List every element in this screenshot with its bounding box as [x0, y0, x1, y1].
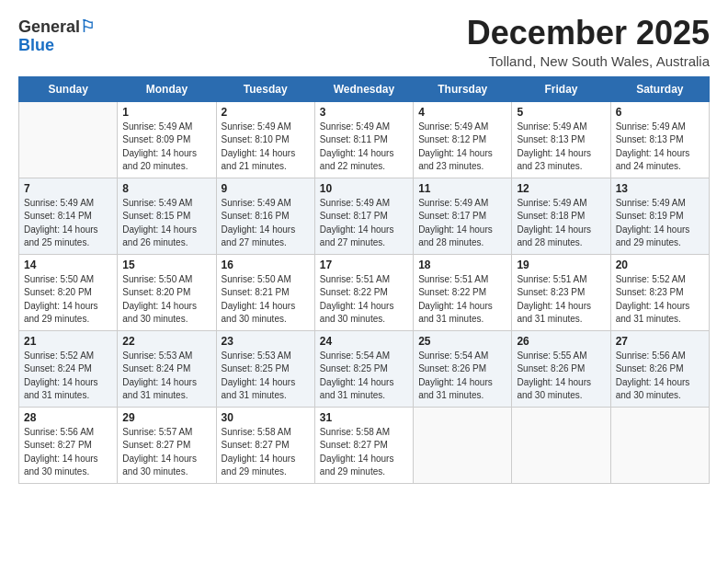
day-info: Sunrise: 5:57 AMSunset: 8:27 PMDaylight:… — [122, 426, 210, 479]
table-row — [414, 407, 512, 483]
location: Tolland, New South Wales, Australia — [467, 53, 710, 69]
day-info: Sunrise: 5:51 AMSunset: 8:22 PMDaylight:… — [320, 273, 408, 327]
day-number: 1 — [122, 106, 210, 119]
page: General⚐ Blue December 2025 Tolland, New… — [0, 0, 728, 563]
day-number: 16 — [222, 259, 310, 271]
calendar-week-row: 21Sunrise: 5:52 AMSunset: 8:24 PMDayligh… — [19, 330, 710, 407]
day-number: 25 — [418, 335, 506, 348]
table-row: 6Sunrise: 5:49 AMSunset: 8:13 PMDaylight… — [610, 101, 709, 178]
table-row: 8Sunrise: 5:49 AMSunset: 8:15 PMDaylight… — [118, 178, 216, 254]
day-number: 4 — [418, 106, 506, 119]
logo-text: General⚐ Blue — [18, 18, 95, 55]
day-number: 14 — [24, 259, 112, 271]
day-number: 19 — [517, 259, 605, 271]
day-info: Sunrise: 5:49 AMSunset: 8:17 PMDaylight:… — [418, 197, 506, 250]
table-row: 22Sunrise: 5:53 AMSunset: 8:24 PMDayligh… — [118, 330, 216, 407]
day-number: 23 — [222, 335, 310, 348]
table-row — [19, 101, 118, 178]
table-row: 12Sunrise: 5:49 AMSunset: 8:18 PMDayligh… — [512, 178, 610, 254]
table-row: 29Sunrise: 5:57 AMSunset: 8:27 PMDayligh… — [118, 407, 216, 483]
table-row: 24Sunrise: 5:54 AMSunset: 8:25 PMDayligh… — [314, 330, 413, 407]
col-sunday: Sunday — [19, 76, 118, 101]
day-info: Sunrise: 5:51 AMSunset: 8:22 PMDaylight:… — [418, 273, 506, 327]
table-row: 20Sunrise: 5:52 AMSunset: 8:23 PMDayligh… — [610, 254, 709, 330]
day-number: 15 — [122, 259, 210, 271]
table-row: 7Sunrise: 5:49 AMSunset: 8:14 PMDaylight… — [19, 178, 118, 254]
col-friday: Friday — [512, 76, 610, 101]
day-number: 5 — [517, 106, 605, 119]
logo-general: General — [18, 17, 80, 36]
calendar-week-row: 1Sunrise: 5:49 AMSunset: 8:09 PMDaylight… — [19, 101, 710, 178]
day-info: Sunrise: 5:56 AMSunset: 8:27 PMDaylight:… — [24, 426, 112, 479]
day-number: 2 — [222, 106, 310, 119]
day-info: Sunrise: 5:53 AMSunset: 8:24 PMDaylight:… — [122, 350, 210, 403]
day-info: Sunrise: 5:49 AMSunset: 8:17 PMDaylight:… — [320, 197, 408, 250]
day-number: 8 — [122, 182, 210, 195]
logo-blue: Blue — [18, 36, 54, 54]
day-info: Sunrise: 5:52 AMSunset: 8:24 PMDaylight:… — [24, 350, 112, 403]
day-info: Sunrise: 5:49 AMSunset: 8:13 PMDaylight:… — [616, 121, 704, 174]
day-number: 9 — [222, 182, 310, 195]
day-number: 29 — [122, 411, 210, 424]
calendar-week-row: 7Sunrise: 5:49 AMSunset: 8:14 PMDaylight… — [19, 178, 710, 254]
table-row: 9Sunrise: 5:49 AMSunset: 8:16 PMDaylight… — [216, 178, 314, 254]
table-row: 26Sunrise: 5:55 AMSunset: 8:26 PMDayligh… — [512, 330, 610, 407]
table-row: 13Sunrise: 5:49 AMSunset: 8:19 PMDayligh… — [610, 178, 709, 254]
table-row: 19Sunrise: 5:51 AMSunset: 8:23 PMDayligh… — [512, 254, 610, 330]
table-row: 25Sunrise: 5:54 AMSunset: 8:26 PMDayligh… — [414, 330, 512, 407]
day-number: 11 — [418, 182, 506, 195]
table-row: 14Sunrise: 5:50 AMSunset: 8:20 PMDayligh… — [19, 254, 118, 330]
day-number: 12 — [517, 182, 605, 195]
calendar: Sunday Monday Tuesday Wednesday Thursday… — [18, 76, 710, 484]
col-saturday: Saturday — [610, 76, 709, 101]
day-info: Sunrise: 5:49 AMSunset: 8:10 PMDaylight:… — [222, 121, 310, 174]
day-info: Sunrise: 5:49 AMSunset: 8:15 PMDaylight:… — [122, 197, 210, 250]
day-number: 20 — [616, 259, 704, 271]
table-row: 5Sunrise: 5:49 AMSunset: 8:13 PMDaylight… — [512, 101, 610, 178]
table-row: 4Sunrise: 5:49 AMSunset: 8:12 PMDaylight… — [414, 101, 512, 178]
table-row: 30Sunrise: 5:58 AMSunset: 8:27 PMDayligh… — [216, 407, 314, 483]
day-info: Sunrise: 5:49 AMSunset: 8:18 PMDaylight:… — [517, 197, 605, 250]
table-row: 16Sunrise: 5:50 AMSunset: 8:21 PMDayligh… — [216, 254, 314, 330]
table-row: 15Sunrise: 5:50 AMSunset: 8:20 PMDayligh… — [118, 254, 216, 330]
day-info: Sunrise: 5:49 AMSunset: 8:09 PMDaylight:… — [122, 121, 210, 174]
table-row: 1Sunrise: 5:49 AMSunset: 8:09 PMDaylight… — [118, 101, 216, 178]
day-number: 17 — [320, 259, 408, 271]
day-number: 21 — [24, 335, 112, 348]
header: General⚐ Blue December 2025 Tolland, New… — [18, 15, 710, 69]
table-row: 21Sunrise: 5:52 AMSunset: 8:24 PMDayligh… — [19, 330, 118, 407]
title-area: December 2025 Tolland, New South Wales, … — [467, 15, 710, 69]
day-number: 24 — [320, 335, 408, 348]
day-info: Sunrise: 5:50 AMSunset: 8:20 PMDaylight:… — [24, 273, 112, 327]
day-number: 30 — [222, 411, 310, 424]
col-thursday: Thursday — [414, 76, 512, 101]
day-number: 26 — [517, 335, 605, 348]
day-info: Sunrise: 5:53 AMSunset: 8:25 PMDaylight:… — [222, 350, 310, 403]
day-info: Sunrise: 5:56 AMSunset: 8:26 PMDaylight:… — [616, 350, 704, 403]
day-info: Sunrise: 5:58 AMSunset: 8:27 PMDaylight:… — [320, 426, 408, 479]
day-number: 22 — [122, 335, 210, 348]
table-row: 10Sunrise: 5:49 AMSunset: 8:17 PMDayligh… — [314, 178, 413, 254]
table-row: 11Sunrise: 5:49 AMSunset: 8:17 PMDayligh… — [414, 178, 512, 254]
col-tuesday: Tuesday — [216, 76, 314, 101]
day-number: 7 — [24, 182, 112, 195]
day-info: Sunrise: 5:49 AMSunset: 8:13 PMDaylight:… — [517, 121, 605, 174]
day-number: 18 — [418, 259, 506, 271]
table-row: 18Sunrise: 5:51 AMSunset: 8:22 PMDayligh… — [414, 254, 512, 330]
table-row: 3Sunrise: 5:49 AMSunset: 8:11 PMDaylight… — [314, 101, 413, 178]
table-row — [512, 407, 610, 483]
day-info: Sunrise: 5:54 AMSunset: 8:25 PMDaylight:… — [320, 350, 408, 403]
day-info: Sunrise: 5:49 AMSunset: 8:12 PMDaylight:… — [418, 121, 506, 174]
calendar-header-row: Sunday Monday Tuesday Wednesday Thursday… — [19, 76, 710, 101]
day-info: Sunrise: 5:49 AMSunset: 8:11 PMDaylight:… — [320, 121, 408, 174]
month-title: December 2025 — [467, 15, 710, 52]
calendar-week-row: 28Sunrise: 5:56 AMSunset: 8:27 PMDayligh… — [19, 407, 710, 483]
table-row: 31Sunrise: 5:58 AMSunset: 8:27 PMDayligh… — [314, 407, 413, 483]
day-number: 27 — [616, 335, 704, 348]
day-number: 10 — [320, 182, 408, 195]
table-row: 28Sunrise: 5:56 AMSunset: 8:27 PMDayligh… — [19, 407, 118, 483]
logo-icon-flag: ⚐ — [80, 17, 95, 36]
col-wednesday: Wednesday — [314, 76, 413, 101]
day-info: Sunrise: 5:49 AMSunset: 8:16 PMDaylight:… — [222, 197, 310, 250]
day-info: Sunrise: 5:50 AMSunset: 8:21 PMDaylight:… — [222, 273, 310, 327]
